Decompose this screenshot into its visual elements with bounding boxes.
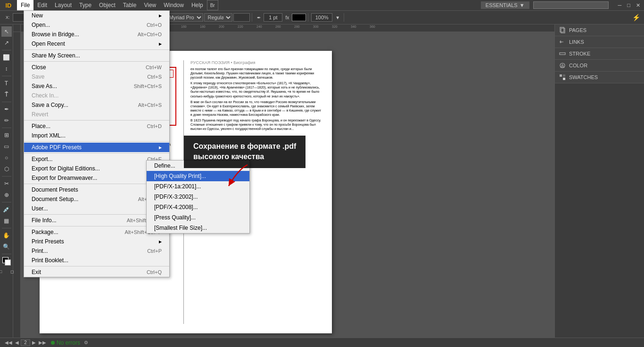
menu-sep-2 <box>24 61 169 62</box>
menu-item-new[interactable]: New <box>24 11 169 20</box>
toolbar-style-select[interactable]: Regular <box>204 13 232 22</box>
links-panel-label: LINKS <box>569 39 584 45</box>
tool-pen[interactable]: ✒ <box>1 104 12 114</box>
menu-item-importxml[interactable]: Import XML... <box>24 131 169 140</box>
menu-window[interactable]: Window <box>160 0 188 10</box>
menu-item-printpresets-label: Print Presets <box>32 238 148 245</box>
tool-select[interactable]: ↖ <box>1 26 12 37</box>
pages-panel-header[interactable]: PAGES <box>555 24 644 36</box>
preview-mode-btn[interactable]: ◻ <box>7 266 17 277</box>
tool-separator-5 <box>2 176 11 177</box>
tool-hand[interactable]: ✋ <box>1 230 12 241</box>
menu-item-revert[interactable]: Revert <box>24 110 169 119</box>
tool-rect[interactable]: ▭ <box>1 141 12 152</box>
menu-table[interactable]: Table <box>119 0 140 10</box>
toolbar-font-select[interactable]: Myriad Pro <box>165 13 203 22</box>
minimize-button[interactable]: ─ <box>616 2 624 8</box>
tool-page[interactable]: ⬜ <box>1 52 12 63</box>
tool-free-transform[interactable]: ⊕ <box>1 190 12 200</box>
menu-item-share-label: Share My Screen... <box>32 52 152 59</box>
menu-layout[interactable]: Layout <box>51 0 75 10</box>
menu-item-saveas-label: Save As... <box>32 83 124 89</box>
nav-last-button[interactable]: ▶▶ <box>38 340 47 345</box>
submenu-pdfx1a-label: [PDF/X-1a:2001]... <box>154 183 201 190</box>
menu-item-checkin[interactable]: Check In... <box>24 91 169 100</box>
menu-item-saveas[interactable]: Save As... Shift+Ctrl+S <box>24 81 169 91</box>
toolbar-size-input[interactable] <box>233 13 250 22</box>
menu-item-exit-shortcut: Ctrl+Q <box>147 269 162 275</box>
submenu-pdfx3[interactable]: [PDF/X-3:2002]... <box>147 192 249 202</box>
normal-mode-btn[interactable]: □ <box>0 266 6 277</box>
restore-button[interactable]: □ <box>625 2 632 8</box>
tool-pencil[interactable]: ✏ <box>1 115 12 126</box>
nav-next-button[interactable]: ▶ <box>31 340 37 345</box>
menu-item-pdfpresets[interactable]: Adobe PDF Presets <box>24 143 169 152</box>
menu-object[interactable]: Object <box>95 0 119 10</box>
tool-separator-6 <box>2 202 11 202</box>
menu-sep-4 <box>24 141 169 142</box>
swatches-icon <box>559 73 566 81</box>
menu-item-bridge[interactable]: Browse in Bridge... Alt+Ctrl+O <box>24 30 169 39</box>
tool-gradient[interactable]: ▦ <box>1 216 12 226</box>
menu-item-recent[interactable]: Open Recent <box>24 39 169 48</box>
menu-item-close-label: Close <box>32 64 136 71</box>
close-button[interactable]: ✕ <box>634 2 642 8</box>
menu-item-share[interactable]: Share My Screen... <box>24 51 169 60</box>
menu-item-place[interactable]: Place... Ctrl+D <box>24 121 169 131</box>
color-icon <box>559 62 566 69</box>
menu-item-savecopy[interactable]: Save a Copy... Alt+Ctrl+S <box>24 100 169 110</box>
toolbar-pen-btn[interactable]: ✒ <box>255 14 263 21</box>
toolbar-zoom-input[interactable] <box>311 13 332 22</box>
toolbar-color-swatch[interactable] <box>292 14 306 21</box>
tool-text-v[interactable]: T̃ <box>1 89 12 100</box>
menu-item-user-label: User... <box>32 205 152 212</box>
ruler-label-240: 240 <box>256 25 262 28</box>
menu-type[interactable]: Type <box>75 0 95 10</box>
toolbar-formula-btn[interactable]: fx <box>283 14 291 21</box>
toolbar-zoom-arrow[interactable]: ▼ <box>333 14 342 21</box>
submenu-pdfx4[interactable]: [PDF/X-4:2008]... <box>147 202 249 212</box>
menu-item-exit[interactable]: Exit Ctrl+Q <box>24 267 169 277</box>
menu-item-print[interactable]: Print... Ctrl+P <box>24 246 169 256</box>
submenu-highquality[interactable]: [High Quality Print]... <box>147 171 249 181</box>
menu-file[interactable]: File <box>17 0 33 10</box>
tool-text[interactable]: T <box>1 78 12 89</box>
menu-item-close[interactable]: Close Ctrl+W <box>24 63 169 72</box>
stroke-icon <box>559 50 566 57</box>
links-panel-header[interactable]: LINKS <box>555 36 644 48</box>
tool-ellipse[interactable]: ○ <box>1 153 12 163</box>
nav-prev-button[interactable]: ◀ <box>14 340 20 345</box>
menu-item-open[interactable]: Open... Ctrl+O <box>24 20 169 30</box>
menu-edit[interactable]: Edit <box>33 0 51 10</box>
menu-br[interactable]: Br <box>207 0 218 10</box>
search-input[interactable] <box>533 1 609 9</box>
menu-item-save[interactable]: Save Ctrl+S <box>24 72 169 81</box>
color-panel-header[interactable]: COLOR <box>555 60 644 71</box>
menu-item-printbooklet[interactable]: Print Booklet... <box>24 256 169 265</box>
toolbar-lightning-btn[interactable]: ⚡ <box>630 13 642 22</box>
essentials-button[interactable]: ESSENTIALS ▼ <box>481 1 529 9</box>
toolbar-x-btn[interactable]: X: <box>4 14 12 21</box>
nav-first-button[interactable]: ◀◀ <box>4 340 13 345</box>
toolbar-stroke-input[interactable] <box>264 13 282 22</box>
menu-view[interactable]: View <box>140 0 160 10</box>
menu-item-open-shortcut: Ctrl+O <box>147 22 162 28</box>
submenu-pdfx1a[interactable]: [PDF/X-1a:2001]... <box>147 181 249 192</box>
swatches-panel-header[interactable]: SWATCHES <box>555 72 644 83</box>
tool-scissors[interactable]: ✂ <box>1 178 12 189</box>
preflight-btn[interactable]: ⚙ <box>84 340 88 345</box>
page-number-input[interactable] <box>21 339 30 346</box>
tool-poly[interactable]: ⬡ <box>1 164 12 174</box>
tool-zoom[interactable]: 🔍 <box>1 242 12 252</box>
essentials-label: ESSENTIALS <box>486 2 518 8</box>
tool-direct-select[interactable]: ↗ <box>1 38 12 48</box>
tool-rect-frame[interactable]: ⊞ <box>1 130 12 140</box>
stroke-panel-header[interactable]: STROKE <box>555 48 644 59</box>
menu-help[interactable]: Help <box>188 0 207 10</box>
submenu-smallest[interactable]: [Smallest File Size]... <box>147 223 249 233</box>
submenu-press[interactable]: [Press Quality]... <box>147 212 249 223</box>
fill-stroke-indicator[interactable] <box>2 257 11 266</box>
menu-item-printpresets[interactable]: Print Presets <box>24 237 169 246</box>
tool-gap[interactable]: ↕ <box>1 64 12 74</box>
tool-eyedropper[interactable]: 💉 <box>1 204 12 215</box>
